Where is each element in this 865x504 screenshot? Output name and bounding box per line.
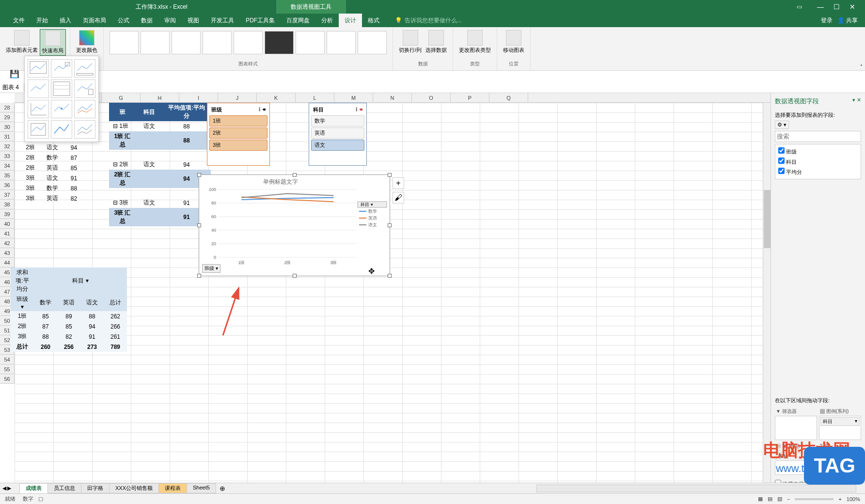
zoom-out-icon[interactable]: −: [787, 496, 790, 502]
qat-save-icon[interactable]: 💾: [10, 69, 19, 79]
chart-style-1[interactable]: [110, 31, 139, 54]
multi-select-icon[interactable]: ⫶: [258, 106, 261, 112]
chart-style-4[interactable]: [203, 31, 232, 54]
menu-format[interactable]: 格式: [362, 14, 385, 27]
multi-select-icon[interactable]: ⫶: [355, 106, 358, 112]
menu-dev[interactable]: 开发工具: [205, 14, 240, 27]
layout-option-2[interactable]: [51, 59, 72, 78]
sheet-nav-next-icon[interactable]: ▶: [7, 485, 11, 491]
slicer-item[interactable]: 语文: [311, 140, 364, 151]
macro-record-icon[interactable]: ▢: [38, 496, 43, 502]
slicer-item[interactable]: 1班: [209, 115, 267, 126]
minimize-icon[interactable]: —: [817, 3, 824, 11]
crosstab-pivot[interactable]: 求和项:平均分科目 ▾班级 ▾数学英语语文总计1班8589882622班8785…: [11, 268, 127, 352]
chart-styles-button[interactable]: 🖌: [393, 192, 404, 204]
layout-option-5[interactable]: [51, 79, 72, 98]
pivot-table-1[interactable]: 班 科目 平均值项:平均分 ⊟ 1班语文881班 汇总88⊟ 2班语文942班 …: [109, 103, 211, 226]
field-item[interactable]: 班级: [777, 146, 859, 157]
layout-option-1[interactable]: [28, 59, 49, 78]
menu-analyze[interactable]: 分析: [315, 14, 339, 27]
name-box[interactable]: 图表 4: [0, 83, 24, 92]
close-icon[interactable]: ✕: [849, 3, 855, 11]
chart-plot-area[interactable]: 举例标题文字0204060801001班2班3班科目 ▾数学英语语文: [199, 175, 391, 277]
sheet-tab[interactable]: 成绩表: [19, 483, 48, 493]
collapse-ribbon-icon[interactable]: ˄: [860, 64, 863, 69]
change-chart-type-button[interactable]: 更改图表类型: [457, 29, 493, 55]
share-button[interactable]: 👤 共享: [837, 16, 858, 25]
switch-row-col-button[interactable]: 切换行/列: [397, 29, 424, 55]
layout-option-6[interactable]: [74, 79, 95, 98]
login-link[interactable]: 登录: [821, 16, 833, 25]
view-page-break-icon[interactable]: ▧: [777, 496, 782, 502]
new-sheet-button[interactable]: ⊕: [216, 485, 229, 492]
chart-style-3[interactable]: [172, 31, 201, 54]
chart-style-2[interactable]: [141, 31, 170, 54]
legend-area[interactable]: 科目▾: [819, 416, 861, 440]
menu-data[interactable]: 数据: [135, 14, 158, 27]
field-list[interactable]: 班级 科目 平均分: [775, 144, 861, 179]
slicer-class[interactable]: 班级 ⫶ ⌫ 1班2班3班: [207, 103, 270, 166]
layout-option-11[interactable]: [51, 120, 72, 139]
sheet-tab[interactable]: XXX公司销售额: [109, 483, 159, 493]
maximize-icon[interactable]: ☐: [834, 3, 840, 11]
close-pane-icon[interactable]: ✕: [857, 97, 861, 103]
menu-baidu[interactable]: 百度网盘: [281, 14, 315, 27]
menu-file[interactable]: 文件: [7, 14, 31, 27]
horizontal-scrollbar[interactable]: [536, 485, 856, 492]
layout-option-4[interactable]: [28, 79, 49, 98]
sheet-tab[interactable]: 员工信息: [47, 483, 81, 493]
slicer-subject[interactable]: 科目 ⫶ ⌫ 数学英语语文: [309, 103, 367, 166]
layout-option-9[interactable]: [74, 100, 95, 118]
menu-pdf[interactable]: PDF工具集: [240, 14, 281, 27]
chart-style-9[interactable]: [358, 31, 387, 54]
layout-option-12[interactable]: [74, 120, 95, 139]
zoom-level[interactable]: 100%: [847, 496, 860, 502]
menu-home[interactable]: 开始: [31, 14, 54, 27]
menu-review[interactable]: 审阅: [158, 14, 182, 27]
chart-axis-field-button[interactable]: 班级 ▾: [202, 264, 220, 273]
menu-design[interactable]: 设计: [339, 14, 362, 27]
sheet-tab[interactable]: 田字格: [81, 483, 110, 493]
change-colors-button[interactable]: 更改颜色: [74, 29, 99, 55]
chart-style-5[interactable]: [234, 31, 263, 54]
layout-option-7[interactable]: [28, 100, 49, 118]
tell-me-search[interactable]: 💡 告诉我您想要做什么...: [395, 16, 462, 25]
formula-bar[interactable]: [34, 84, 865, 91]
menu-page-layout[interactable]: 页面布局: [77, 14, 112, 27]
menu-view[interactable]: 视图: [182, 14, 205, 27]
slicer-item[interactable]: 数学: [311, 115, 364, 126]
clear-filter-icon[interactable]: ⌫: [360, 106, 362, 112]
worksheet-grid[interactable]: DEFGHIJKLMNOPQ 2829303132333435363738394…: [0, 93, 771, 492]
field-item[interactable]: 科目: [777, 157, 859, 167]
layout-option-10[interactable]: [28, 120, 49, 139]
zoom-slider[interactable]: [795, 498, 834, 500]
slicer-item[interactable]: 英语: [311, 127, 364, 139]
field-search-input[interactable]: [775, 131, 861, 142]
view-page-layout-icon[interactable]: ▤: [768, 496, 772, 502]
field-options-icon[interactable]: ⚙ ▾: [775, 121, 789, 129]
sheet-tab[interactable]: Sheet5: [187, 483, 216, 493]
select-data-button[interactable]: 选择数据: [424, 29, 449, 55]
vertical-scrollbar[interactable]: [763, 103, 771, 492]
chart-styles-gallery[interactable]: [108, 29, 389, 56]
menu-insert[interactable]: 插入: [54, 14, 77, 27]
quick-layout-button[interactable]: 快速布局: [40, 29, 66, 56]
column-headers[interactable]: DEFGHIJKLMNOPQ: [15, 93, 771, 103]
chart-style-6[interactable]: [265, 31, 294, 54]
add-chart-element-button[interactable]: 添加图表元素: [4, 29, 40, 56]
slicer-item[interactable]: 2班: [209, 127, 267, 139]
field-item[interactable]: 平均分: [777, 167, 859, 177]
pivot-chart[interactable]: 举例标题文字0204060801001班2班3班科目 ▾数学英语语文 班级 ▾ …: [199, 174, 390, 276]
menu-formulas[interactable]: 公式: [112, 14, 135, 27]
chart-style-7[interactable]: [296, 31, 325, 54]
zoom-in-icon[interactable]: +: [838, 496, 841, 502]
layout-option-8[interactable]: [51, 100, 72, 118]
filters-area[interactable]: [775, 416, 817, 440]
legend-field[interactable]: 科目▾: [820, 417, 860, 426]
chart-style-8[interactable]: [327, 31, 356, 54]
chart-elements-button[interactable]: +: [393, 177, 404, 189]
ribbon-display-options[interactable]: ▭: [797, 3, 802, 10]
layout-option-3[interactable]: [74, 59, 95, 78]
sheet-nav-prev-icon[interactable]: ◀: [2, 485, 6, 491]
move-chart-button[interactable]: 移动图表: [501, 29, 526, 55]
